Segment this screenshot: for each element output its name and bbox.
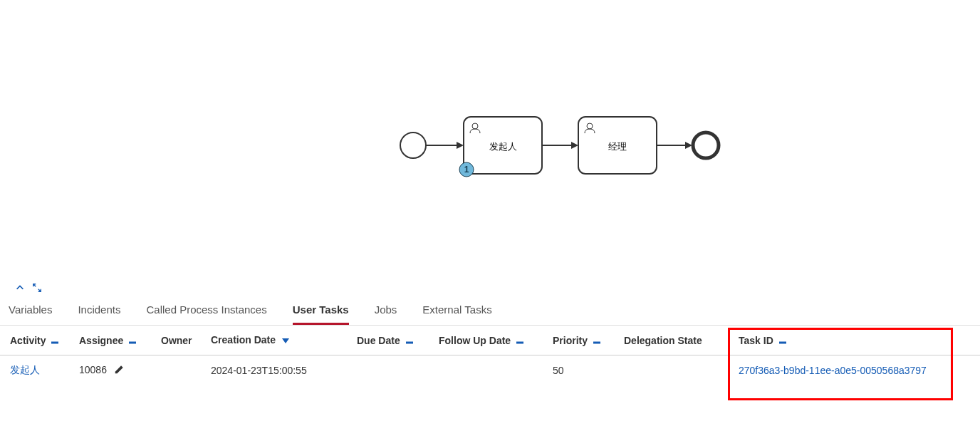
header-delegation-state[interactable]: Delegation State [620, 326, 723, 355]
header-follow-up-label: Follow Up Date [439, 335, 511, 346]
header-owner[interactable]: Owner [157, 326, 207, 355]
tab-variables[interactable]: Variables [9, 296, 52, 325]
header-creation-date[interactable]: Creation Date [207, 326, 353, 355]
header-follow-up-date[interactable]: Follow Up Date [434, 326, 548, 355]
header-delegation-label: Delegation State [624, 335, 702, 346]
edit-assignee-icon[interactable] [114, 365, 124, 377]
header-task-id-label: Task ID [739, 335, 773, 346]
tabs-bar: Variables Incidents Called Process Insta… [0, 296, 980, 326]
table-header-row: Activity Assignee Owner Creation Date [0, 326, 980, 355]
tab-jobs[interactable]: Jobs [375, 296, 397, 325]
svg-rect-7 [593, 341, 600, 343]
header-priority-label: Priority [553, 335, 588, 346]
svg-rect-3 [129, 341, 136, 343]
header-activity-label: Activity [10, 335, 46, 346]
badge-count: 1 [464, 165, 469, 175]
svg-rect-5 [406, 341, 413, 343]
header-priority[interactable]: Priority [548, 326, 620, 355]
tab-called-process-instances[interactable]: Called Process Instances [146, 296, 266, 325]
header-task-id[interactable]: Task ID [723, 326, 980, 355]
arrow-head-icon [571, 142, 578, 149]
sort-icon [593, 336, 600, 346]
expand-panel-button[interactable] [31, 282, 43, 294]
header-due-date[interactable]: Due Date [353, 326, 434, 355]
sort-desc-icon [281, 335, 290, 346]
sort-icon [516, 336, 523, 346]
cell-owner [157, 355, 207, 386]
header-activity[interactable]: Activity [0, 326, 75, 355]
sort-icon [406, 336, 413, 346]
header-assignee-label: Assignee [79, 335, 123, 346]
cell-creation-date: 2024-01-23T15:00:55 [207, 355, 353, 386]
bpmn-diagram-area: 发起人 1 经理 [0, 0, 980, 279]
sort-icon [51, 336, 58, 346]
header-creation-date-label: Creation Date [211, 334, 276, 346]
arrow-head-icon [457, 142, 464, 149]
bpmn-diagram-svg: 发起人 1 经理 [0, 0, 980, 279]
sort-icon [779, 336, 786, 346]
cell-task-id: 270f36a3-b9bd-11ee-a0e5-0050568a3797 [723, 355, 980, 386]
cell-activity: 发起人 [0, 355, 75, 386]
header-assignee[interactable]: Assignee [75, 326, 157, 355]
cell-follow-up-date [434, 355, 548, 386]
tab-incidents[interactable]: Incidents [78, 296, 120, 325]
svg-rect-2 [51, 341, 58, 343]
end-event[interactable] [693, 133, 719, 158]
cell-due-date [353, 355, 434, 386]
svg-marker-4 [282, 338, 289, 343]
cell-assignee: 10086 [75, 355, 157, 386]
header-owner-label: Owner [161, 335, 192, 346]
tab-user-tasks[interactable]: User Tasks [293, 296, 349, 325]
task2-label: 经理 [608, 141, 627, 152]
task1-label: 发起人 [489, 141, 517, 152]
start-event[interactable] [400, 133, 426, 158]
table-row: 发起人 10086 2024-01-23T15:00:55 50 270f36a… [0, 355, 980, 386]
assignee-value: 10086 [79, 364, 107, 375]
header-due-date-label: Due Date [357, 335, 400, 346]
tab-external-tasks[interactable]: External Tasks [422, 296, 491, 325]
svg-rect-6 [516, 341, 523, 343]
collapse-panel-button[interactable] [14, 282, 26, 294]
cell-delegation-state [620, 355, 723, 386]
cell-priority: 50 [548, 355, 620, 386]
sort-icon [129, 336, 136, 346]
user-tasks-table: Activity Assignee Owner Creation Date [0, 326, 980, 385]
panel-controls [0, 279, 980, 296]
user-tasks-table-container: Activity Assignee Owner Creation Date [0, 326, 980, 385]
task-id-link[interactable]: 270f36a3-b9bd-11ee-a0e5-0050568a3797 [739, 365, 927, 376]
activity-link[interactable]: 发起人 [10, 364, 40, 375]
svg-rect-8 [779, 341, 786, 343]
